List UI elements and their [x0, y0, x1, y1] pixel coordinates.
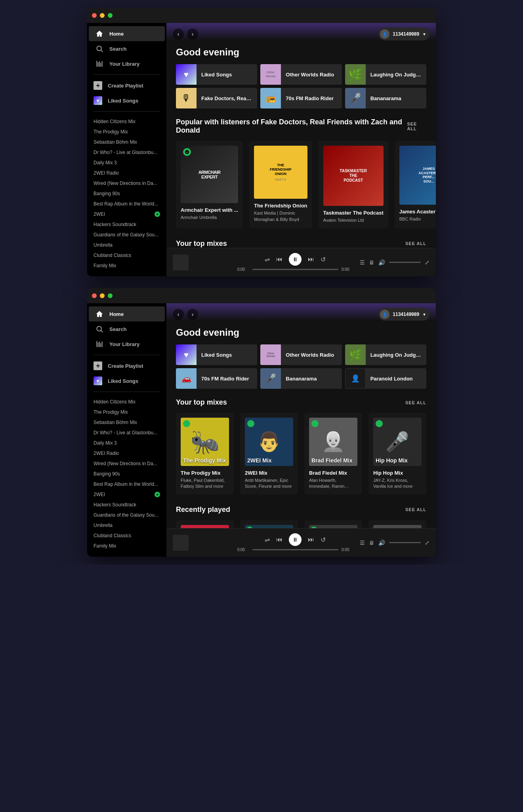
next-button[interactable]: ⏭	[308, 256, 314, 263]
playlist-item-2[interactable]: Family Mix	[87, 541, 166, 551]
popular-see-all[interactable]: SEE ALL	[407, 122, 426, 131]
card-brad-mix[interactable]: 👨‍🦳 Brad Fiedel Mix Brad Fiedel Mix Alan…	[304, 413, 362, 494]
card-hiphop-mix[interactable]: 🎤 Hip Hop Mix Hip Hop Mix JAY-Z, Kris Kr…	[368, 413, 426, 494]
minimize-button[interactable]	[100, 13, 105, 18]
playlist-item[interactable]: The Prodigy Mix	[87, 127, 166, 137]
quick-pick-70s-2[interactable]: 🚗 70s FM Radio Rider	[176, 368, 257, 389]
card-prodigy-mix[interactable]: 🐜 The Prodigy Mix The Prodigy Mix Fluke,…	[176, 413, 234, 494]
sidebar-item-library[interactable]: Your Library	[89, 56, 165, 71]
playlist-item[interactable]: Clubland Classics	[87, 250, 166, 261]
devices-button-2[interactable]: 🖥	[369, 540, 374, 546]
liked-songs-btn-2[interactable]: ♥ Liked Songs	[87, 373, 166, 388]
repeat-button[interactable]: ↺	[321, 256, 326, 263]
maximize-button-2[interactable]	[108, 293, 113, 298]
create-playlist-btn-2[interactable]: ＋ Create Playlist	[87, 358, 166, 373]
top-mixes-see-all[interactable]: SEE ALL	[405, 241, 426, 246]
sidebar-item-library-2[interactable]: Your Library	[89, 337, 165, 352]
playlist-item[interactable]: Umbrella	[87, 240, 166, 250]
playlist-item[interactable]: Daily Mix 3	[87, 158, 166, 168]
liked-songs-btn[interactable]: ♥ Liked Songs	[87, 93, 166, 108]
quick-pick-other-worlds-2[interactable]: OtherWorlds Other Worlds Radio	[260, 344, 342, 365]
playlist-item-2[interactable]: 2WEI Radio	[87, 448, 166, 458]
playlist-item-2[interactable]: Wired (New Directions in Da...	[87, 458, 166, 469]
playlist-item[interactable]: Dr Who? - Live at Glastonbu...	[87, 147, 166, 158]
playlist-item[interactable]: Guardians of the Galaxy Sou...	[87, 230, 166, 240]
close-button-2[interactable]	[92, 293, 97, 298]
forward-button-2[interactable]: ›	[187, 309, 198, 320]
playlist-item-2[interactable]: 2WEI ●	[87, 489, 166, 500]
fullscreen-button-2[interactable]: ⤢	[425, 540, 429, 546]
back-button-2[interactable]: ‹	[173, 309, 184, 320]
devices-button[interactable]: 🖥	[369, 259, 374, 266]
volume-button[interactable]: 🔊	[378, 259, 385, 266]
volume-slider-2[interactable]	[389, 542, 421, 543]
play-pause-button[interactable]: ⏸	[289, 253, 302, 266]
recent-card-zwei[interactable]: 2WEI	[176, 520, 234, 528]
sidebar-item-home[interactable]: Home	[89, 26, 165, 41]
card-zwei-mix[interactable]: 👨 2WEI Mix 2WEI Mix Antti Martikainen, E…	[240, 413, 298, 494]
prev-button-2[interactable]: ⏮	[276, 536, 282, 543]
recent-card-reawakenings[interactable]: REAWAKENINGS	[240, 520, 298, 528]
playlist-item[interactable]: Wired (New Directions in Da...	[87, 178, 166, 188]
playlist-item-2[interactable]: Daily Mix 3	[87, 438, 166, 448]
playlist-item[interactable]: 2WEI ●	[87, 209, 166, 219]
shuffle-button-2[interactable]: ⇌	[265, 536, 270, 544]
shuffle-button[interactable]: ⇌	[265, 256, 270, 263]
quick-pick-70s[interactable]: 📻 70s FM Radio Rider	[260, 88, 342, 108]
quick-pick-bananarama-2[interactable]: 🎤 Bananarama	[260, 368, 342, 389]
playlist-item[interactable]: Sebastian Böhm Mix	[87, 137, 166, 147]
card-james-acaster[interactable]: JamesAcaster'sPERF...SOU... James Acaste…	[395, 141, 436, 228]
volume-button-2[interactable]: 🔊	[378, 540, 385, 546]
queue-button[interactable]: ☰	[360, 259, 365, 266]
quick-pick-bananarama[interactable]: 🎤 Bananarama	[345, 88, 426, 108]
playlist-item[interactable]: Best Rap Album in the World...	[87, 199, 166, 209]
card-taskmaster[interactable]: TASKMASTERTHEPODCAST Taskmaster The Podc…	[319, 141, 388, 228]
top-mixes-see-all-2[interactable]: SEE ALL	[405, 400, 426, 405]
progress-track-2[interactable]	[252, 549, 338, 550]
recent-card-4[interactable]: 🎩	[368, 520, 426, 528]
quick-pick-laughing-2[interactable]: 🌿 Laughing On Judgement Day	[345, 344, 426, 365]
fullscreen-button[interactable]: ⤢	[425, 259, 429, 266]
playlist-item[interactable]: Family Mix	[87, 261, 166, 271]
prev-button[interactable]: ⏮	[276, 256, 282, 263]
playlist-item-2[interactable]: Hackers Soundtrack	[87, 500, 166, 510]
sidebar-item-search[interactable]: Search	[89, 41, 165, 56]
quick-pick-liked-songs-2[interactable]: ♥ Liked Songs	[176, 344, 257, 365]
playlist-item-2[interactable]: Best Rap Album in the World...	[87, 479, 166, 489]
playlist-item[interactable]: Garden State Soundtrack	[87, 271, 166, 273]
quick-pick-paranoid-london[interactable]: 👤 Paranoid London	[345, 368, 426, 389]
playlist-item-2[interactable]: The Prodigy Mix	[87, 407, 166, 417]
playlist-item[interactable]: Hackers Soundtrack	[87, 219, 166, 230]
playlist-item[interactable]: Banging 90s	[87, 188, 166, 199]
queue-button-2[interactable]: ☰	[360, 540, 365, 546]
maximize-button[interactable]	[108, 13, 113, 18]
sidebar-item-home-2[interactable]: Home	[89, 306, 165, 321]
close-button[interactable]	[92, 13, 97, 18]
user-menu-button-2[interactable]: 👤 1134149989 ▼	[378, 308, 429, 321]
playlist-item-2[interactable]: Umbrella	[87, 520, 166, 531]
volume-slider[interactable]	[389, 262, 421, 263]
card-friendship-onion[interactable]: THEFRIENDSHIPONION KAST K The Friendship…	[249, 141, 312, 228]
playlist-item-2[interactable]: Sebastian Böhm Mix	[87, 417, 166, 428]
playlist-item-2[interactable]: Clubland Classics	[87, 531, 166, 541]
playlist-item[interactable]: 2WEI Radio	[87, 168, 166, 178]
recently-played-see-all[interactable]: SEE ALL	[405, 507, 426, 512]
create-playlist-btn[interactable]: ＋ Create Playlist	[87, 78, 166, 93]
playlist-item-2[interactable]: Dr Who? - Live at Glastonbu...	[87, 428, 166, 438]
play-pause-button-2[interactable]: ⏸	[289, 533, 302, 546]
minimize-button-2[interactable]	[100, 293, 105, 298]
recent-card-3[interactable]: 🎵	[304, 520, 362, 528]
user-menu-button[interactable]: 👤 1134149989 ▼	[378, 28, 429, 40]
progress-track[interactable]	[252, 269, 338, 270]
sidebar-item-search-2[interactable]: Search	[89, 321, 165, 337]
next-button-2[interactable]: ⏭	[308, 536, 314, 543]
quick-pick-laughing[interactable]: 🌿 Laughing On Judgement Day	[345, 64, 426, 85]
card-armchair[interactable]: ARMCHAIREXPERT Armchair Expert with ... …	[176, 141, 243, 228]
playlist-item-2[interactable]: Hidden Citizens Mix	[87, 397, 166, 407]
quick-pick-liked-songs[interactable]: ♥ Liked Songs	[176, 64, 257, 85]
playlist-item-2[interactable]: Garden State Soundtrack	[87, 551, 166, 553]
back-button[interactable]: ‹	[173, 29, 184, 40]
playlist-item-2[interactable]: Guardians of the Galaxy Sou...	[87, 510, 166, 520]
playlist-item-2[interactable]: Banging 90s	[87, 469, 166, 479]
quick-pick-other-worlds[interactable]: OtherWorlds Other Worlds Radio	[260, 64, 342, 85]
